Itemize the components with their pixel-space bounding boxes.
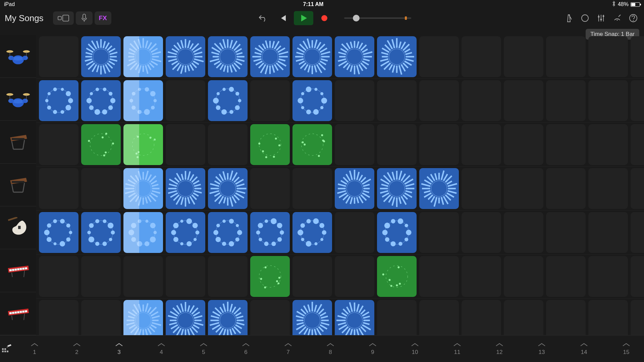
loop-cell[interactable] [631, 168, 644, 209]
loop-cell[interactable] [631, 212, 644, 253]
loop-cell[interactable] [81, 256, 121, 297]
column-trigger-4[interactable]: 4 [140, 342, 182, 356]
column-trigger-5[interactable]: 5 [182, 342, 225, 356]
loop-cell[interactable] [419, 300, 459, 335]
loop-cell[interactable] [419, 36, 459, 77]
loop-cell[interactable] [504, 124, 543, 165]
loop-cell[interactable] [462, 124, 501, 165]
loop-cell[interactable] [504, 168, 543, 209]
loop-cell[interactable] [208, 212, 248, 253]
loop-cell[interactable] [81, 212, 121, 253]
loop-cell[interactable] [39, 36, 78, 77]
loop-cell[interactable] [377, 168, 417, 209]
column-trigger-12[interactable]: 12 [478, 342, 521, 356]
loop-cell[interactable] [546, 212, 586, 253]
loop-cell[interactable] [250, 80, 290, 121]
loop-cell[interactable] [546, 124, 586, 165]
column-trigger-15[interactable]: 15 [605, 342, 644, 356]
loop-cell[interactable] [166, 168, 205, 209]
loop-cell[interactable] [588, 124, 628, 165]
loop-cell[interactable] [419, 80, 459, 121]
loop-cell[interactable] [81, 80, 121, 121]
loop-cell[interactable] [462, 168, 501, 209]
loop-cell[interactable] [377, 80, 417, 121]
loop-cell[interactable] [166, 212, 205, 253]
loop-cell[interactable] [462, 256, 501, 297]
go-to-start-button[interactable] [273, 11, 292, 25]
loop-cell[interactable] [462, 300, 501, 335]
loop-cell[interactable] [631, 80, 644, 121]
loop-cell[interactable] [377, 124, 417, 165]
loop-cell[interactable] [588, 256, 628, 297]
loop-cell[interactable] [39, 168, 78, 209]
loop-cell[interactable] [292, 212, 332, 253]
loop-cell[interactable] [250, 256, 290, 297]
loop-cell[interactable] [166, 124, 205, 165]
track-header-drums1[interactable] [0, 35, 36, 78]
column-trigger-1[interactable]: 1 [13, 342, 56, 356]
help-button[interactable] [627, 12, 639, 24]
loop-cell[interactable] [335, 124, 374, 165]
loop-cell[interactable] [462, 80, 501, 121]
loop-cell[interactable] [250, 212, 290, 253]
loop-cell[interactable] [588, 36, 628, 77]
loop-cell[interactable] [123, 80, 163, 121]
track-header-keys2[interactable] [0, 292, 36, 335]
loop-cell[interactable] [292, 256, 332, 297]
loop-cell[interactable] [419, 124, 459, 165]
loop-cell[interactable] [250, 124, 290, 165]
column-trigger-6[interactable]: 6 [225, 342, 267, 356]
loop-cell[interactable] [166, 36, 205, 77]
loop-cell[interactable] [123, 124, 163, 165]
loop-cell[interactable] [631, 124, 644, 165]
column-trigger-2[interactable]: 2 [56, 342, 98, 356]
loop-cell[interactable] [81, 36, 121, 77]
loop-cell[interactable] [462, 212, 501, 253]
loop-cell[interactable] [166, 80, 205, 121]
loop-cell[interactable] [335, 212, 374, 253]
column-trigger-11[interactable]: 11 [436, 342, 478, 356]
loop-cell[interactable] [504, 256, 543, 297]
loop-cell[interactable] [208, 168, 248, 209]
loop-cell[interactable] [335, 36, 374, 77]
loop-cell[interactable] [208, 124, 248, 165]
play-button[interactable] [294, 11, 313, 25]
browser-button[interactable] [53, 11, 74, 25]
metronome-button[interactable] [563, 12, 575, 24]
loop-cell[interactable] [546, 256, 586, 297]
loop-cell[interactable] [504, 80, 543, 121]
loop-cell[interactable] [123, 36, 163, 77]
back-my-songs[interactable]: My Songs [5, 13, 44, 23]
loop-cell[interactable] [335, 80, 374, 121]
loop-cell[interactable] [39, 80, 78, 121]
loop-button[interactable] [579, 12, 591, 24]
track-header-drums2[interactable] [0, 78, 36, 121]
loop-cell[interactable] [419, 256, 459, 297]
loop-cell[interactable] [292, 124, 332, 165]
loop-cell[interactable] [546, 36, 586, 77]
loop-cell[interactable] [250, 300, 290, 335]
edit-grid-button[interactable] [0, 342, 13, 356]
loop-cell[interactable] [81, 168, 121, 209]
column-trigger-13[interactable]: 13 [521, 342, 563, 356]
loop-cell[interactable] [292, 300, 332, 335]
loop-cell[interactable] [335, 168, 374, 209]
loop-cell[interactable] [504, 36, 543, 77]
loop-cell[interactable] [588, 212, 628, 253]
loop-cell[interactable] [377, 36, 417, 77]
column-trigger-7[interactable]: 7 [267, 342, 309, 356]
slider-thumb[interactable] [353, 15, 360, 21]
undo-button[interactable] [257, 12, 269, 24]
loop-cell[interactable] [631, 300, 644, 335]
settings-button[interactable] [611, 12, 623, 24]
loop-cell[interactable] [39, 212, 78, 253]
mixer-button[interactable] [595, 12, 607, 24]
loop-cell[interactable] [39, 124, 78, 165]
loop-cell[interactable] [166, 300, 205, 335]
loop-cell[interactable] [208, 80, 248, 121]
mic-button[interactable] [76, 11, 93, 25]
loop-cell[interactable] [588, 168, 628, 209]
loop-cell[interactable] [250, 36, 290, 77]
column-trigger-8[interactable]: 8 [309, 342, 352, 356]
loop-cell[interactable] [123, 168, 163, 209]
